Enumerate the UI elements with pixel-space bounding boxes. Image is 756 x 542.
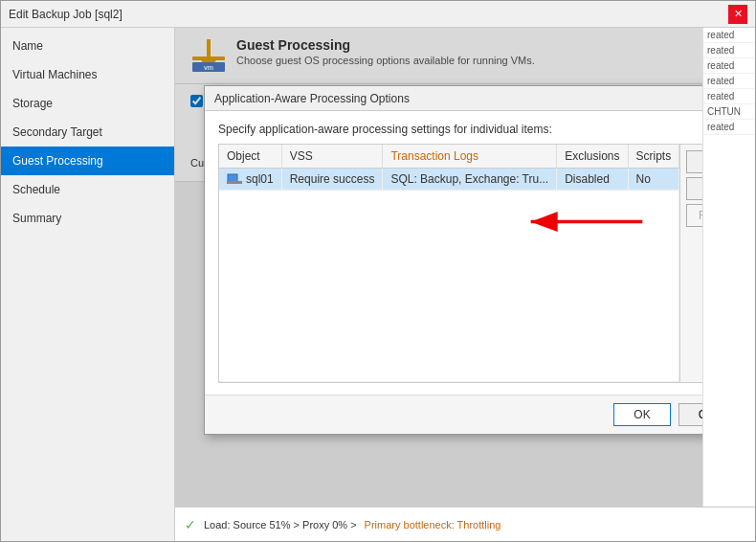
col-exclusions: Exclusions [557,145,628,169]
sidebar-item-name[interactable]: Name [1,32,174,60]
cell-exclusions: Disabled [557,169,628,191]
table-row[interactable]: sql01 Require success SQL: Backup, Excha… [219,169,679,191]
sidebar-item-schedule[interactable]: Schedule [1,175,174,204]
sidebar-item-summary[interactable]: Summary [1,204,174,233]
window-title: Edit Backup Job [sql2] [9,8,122,21]
log-entry-1: reated [703,43,755,58]
main-window: Edit Backup Job [sql2] ✕ Name Virtual Ma… [0,0,756,542]
status-bottleneck: Primary bottleneck: Throttling [365,519,501,531]
window-close-button[interactable]: ✕ [728,5,747,24]
modal-title-bar: Application-Aware Processing Options ✕ [205,86,755,111]
log-entry-3: reated [703,74,755,89]
right-log-panel: reated reated reated reated reated CHTUN… [702,28,755,507]
main-content: Name Virtual Machines Storage Secondary … [1,28,755,541]
modal-body: Specify application-aware processing set… [205,111,755,395]
log-entry-4: reated [703,89,755,104]
status-icon: ✓ [185,517,196,532]
cell-scripts: No [628,169,679,191]
modal-dialog: Application-Aware Processing Options ✕ S… [204,85,755,435]
table-container: Object VSS Transaction Logs [218,144,754,383]
col-transaction-logs: Transaction Logs [383,145,557,169]
sidebar-item-secondary-target[interactable]: Secondary Target [1,118,174,147]
modal-overlay: Application-Aware Processing Options ✕ S… [175,28,755,541]
col-object: Object [219,145,281,169]
table-header-row: Object VSS Transaction Logs [219,145,679,169]
sidebar-item-virtual-machines[interactable]: Virtual Machines [1,60,174,89]
data-table: Object VSS Transaction Logs [219,145,679,382]
log-entry-2: reated [703,58,755,74]
sidebar: Name Virtual Machines Storage Secondary … [1,28,175,541]
sidebar-item-storage[interactable]: Storage [1,89,174,118]
col-vss: VSS [281,145,383,169]
log-entry-0: reated [703,28,755,43]
modal-title: Application-Aware Processing Options [214,92,410,105]
cell-object: sql01 [219,169,281,191]
title-bar: Edit Backup Job [sql2] ✕ [1,1,755,28]
status-text: Load: Source 51% > Proxy 0% > [204,519,357,531]
svg-rect-6 [227,181,242,184]
svg-rect-5 [228,174,237,182]
status-bar: ✓ Load: Source 51% > Proxy 0% > Primary … [175,507,755,541]
right-panel: vm Guest Processing Choose guest OS proc… [175,28,755,541]
vm-icon [227,173,242,185]
sidebar-item-guest-processing[interactable]: Guest Processing [1,147,174,175]
cell-vss: Require success [281,169,383,191]
log-entry-5: CHTUN [703,104,755,120]
modal-subtitle: Specify application-aware processing set… [218,123,754,136]
cell-transaction-logs: SQL: Backup, Exchange: Tru... [383,169,557,191]
col-scripts: Scripts [628,145,679,169]
modal-footer: OK Cancel [205,395,755,434]
ok-button[interactable]: OK [613,403,670,426]
log-entry-6: reated [703,120,755,135]
